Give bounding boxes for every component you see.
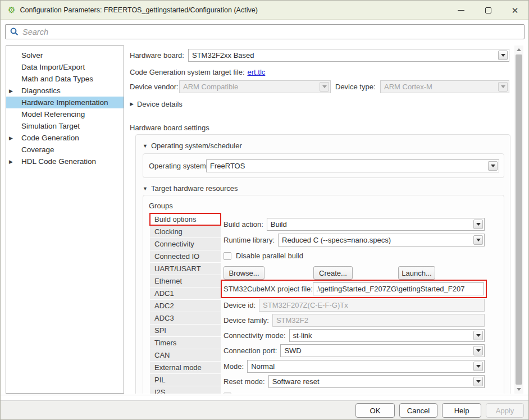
group-item-adc3[interactable]: ADC3	[150, 312, 221, 324]
ok-button[interactable]: OK	[355, 403, 395, 418]
os-scheduler-title: Operating system/scheduler	[151, 141, 242, 150]
sidebar-item-simulation-target[interactable]: Simulation Target	[6, 120, 124, 132]
scrollbar-thumb[interactable]	[516, 54, 522, 385]
connectivity-mode-dropdown[interactable]: st-link	[289, 329, 485, 342]
target-hw-resources-expander[interactable]: ▼ Target hardware resources	[143, 184, 238, 193]
group-item-timers[interactable]: Timers	[150, 337, 221, 349]
search-input[interactable]	[22, 25, 524, 39]
sidebar-item-diagnostics[interactable]: ▶Diagnostics	[6, 85, 124, 97]
sidebar-item-solver[interactable]: Solver	[6, 49, 124, 61]
group-item-adc2[interactable]: ADC2	[150, 300, 221, 312]
browse-button[interactable]: Browse...	[224, 266, 264, 280]
scroll-up-button[interactable]	[514, 45, 523, 54]
sidebar-item-label: Math and Data Types	[21, 75, 93, 83]
sidebar-item-label: Solver	[21, 51, 43, 60]
sidebar-item-label: Data Import/Export	[21, 63, 85, 71]
connectivity-mode-label: Connectivity mode:	[224, 331, 286, 340]
group-item-ethernet[interactable]: Ethernet	[150, 275, 221, 287]
device-type-dropdown[interactable]: ARM Cortex-M	[380, 80, 509, 93]
sidebar-item-label: Hardware Implementation	[21, 98, 108, 107]
group-item-connectivity[interactable]: Connectivity	[150, 238, 221, 250]
runtime-library-dropdown[interactable]: Reduced C (--specs=nano.specs)	[278, 234, 485, 246]
connection-port-value: SWD	[284, 346, 301, 355]
reset-mode-dropdown[interactable]: Software reset	[268, 375, 485, 388]
connection-port-label: Connection port:	[224, 346, 277, 355]
window-title: Configuration Parameters: FREERTOS_getti…	[20, 6, 257, 14]
create-button[interactable]: Create...	[313, 266, 353, 280]
device-details-expander[interactable]: ▶ Device details	[130, 99, 183, 108]
maximize-button[interactable]	[475, 1, 501, 20]
group-item-spi[interactable]: SPI	[150, 325, 221, 336]
os-scheduler-expander[interactable]: ▼ Operating system/scheduler	[143, 141, 242, 150]
device-type-value: ARM Cortex-M	[384, 83, 432, 91]
operating-system-dropdown[interactable]: FreeRTOS	[206, 159, 499, 172]
expand-arrow-icon[interactable]: ▶	[9, 88, 13, 94]
chevron-down-icon[interactable]	[473, 377, 483, 386]
search-icon	[10, 28, 19, 36]
device-id-field: STM32F207Z(C-E-F-G)Tx	[259, 299, 485, 312]
group-item-can[interactable]: CAN	[150, 349, 221, 361]
device-vendor-dropdown[interactable]: ARM Compatible	[179, 80, 331, 93]
operating-system-label: Operating system:	[149, 162, 208, 170]
sidebar-item-hardware-implementation[interactable]: Hardware Implementation	[6, 97, 124, 108]
os-scheduler-group: Operating system: FreeRTOS	[143, 153, 504, 178]
device-family-row: Device family: STM32F2	[224, 314, 485, 327]
device-id-label: Device id:	[224, 301, 256, 309]
minimize-button[interactable]	[448, 1, 475, 20]
sidebar-item-hdl-code-generation[interactable]: ▶HDL Code Generation	[6, 156, 124, 167]
device-family-field: STM32F2	[272, 314, 485, 327]
device-vendor-value: ARM Compatible	[183, 83, 238, 91]
build-action-dropdown[interactable]: Build	[267, 218, 485, 231]
sidebar-item-code-generation[interactable]: ▶Code Generation	[6, 132, 124, 144]
search-bar	[5, 24, 525, 39]
connection-port-row: Connection port: SWD	[224, 344, 485, 357]
apply-button[interactable]: Apply	[486, 403, 524, 418]
target-file-link[interactable]: ert.tlc	[248, 68, 266, 76]
hardware-board-row: Hardware board: STM32F2xx Based	[130, 49, 513, 62]
expand-arrow-icon[interactable]: ▶	[9, 135, 13, 141]
device-id-value: STM32F207Z(C-E-F-G)Tx	[263, 301, 348, 309]
chevron-down-icon[interactable]	[488, 161, 498, 171]
scroll-down-button[interactable]	[514, 385, 523, 394]
sidebar-item-label: Diagnostics	[21, 86, 61, 95]
content-divider	[1, 395, 528, 395]
chevron-down-icon[interactable]	[473, 235, 483, 245]
reset-mode-label: Reset mode:	[224, 377, 265, 386]
connection-port-dropdown[interactable]: SWD	[280, 344, 485, 357]
chevron-down-icon[interactable]	[498, 51, 508, 60]
group-item-connected-io[interactable]: Connected IO	[150, 250, 221, 262]
sidebar-item-model-referencing[interactable]: Model Referencing	[6, 108, 124, 120]
auto-detect-row-partial: Auto-detect board to download	[224, 392, 485, 394]
groups-list: Build options Clocking Connectivity Conn…	[150, 213, 221, 394]
group-item-clocking[interactable]: Clocking	[150, 226, 221, 238]
chevron-down-icon[interactable]	[473, 346, 483, 355]
cancel-button[interactable]: Cancel	[399, 403, 437, 418]
chevron-down-icon[interactable]	[473, 331, 483, 340]
close-button[interactable]: ✕	[501, 1, 528, 20]
group-item-pil[interactable]: PIL	[150, 374, 221, 386]
sidebar-item-math-and-data-types[interactable]: Math and Data Types	[6, 73, 124, 85]
sidebar-item-coverage[interactable]: Coverage	[6, 144, 124, 156]
help-button[interactable]: Help	[442, 403, 481, 418]
device-vendor-type-row: Device vendor: ARM Compatible Device typ…	[130, 80, 513, 93]
sidebar-item-data-import-export[interactable]: Data Import/Export	[6, 61, 124, 73]
auto-detect-checkbox[interactable]	[224, 392, 231, 394]
chevron-down-icon	[320, 82, 329, 92]
group-item-i2s[interactable]: I2S	[150, 386, 221, 394]
chevron-down-icon[interactable]	[473, 220, 483, 229]
vertical-scrollbar[interactable]	[514, 45, 523, 394]
chevron-down-icon[interactable]	[473, 362, 483, 371]
launch-button[interactable]: Launch...	[398, 266, 435, 280]
cubemx-project-file-input[interactable]: .\gettingStarted_F207ZG\gettingStarted_F…	[313, 282, 484, 295]
reset-mode-row: Reset mode: Software reset	[224, 375, 485, 388]
mode-dropdown[interactable]: Normal	[247, 360, 485, 373]
group-item-adc1[interactable]: ADC1	[150, 287, 221, 299]
group-item-uart-usart[interactable]: UART/USART	[150, 263, 221, 275]
hardware-board-dropdown[interactable]: STM32F2xx Based	[188, 49, 509, 62]
group-item-external-mode[interactable]: External mode	[150, 362, 221, 373]
operating-system-value: FreeRTOS	[210, 162, 245, 170]
group-item-build-options[interactable]: Build options	[150, 213, 221, 225]
disable-parallel-build-checkbox[interactable]	[224, 252, 231, 260]
expand-arrow-icon[interactable]: ▶	[9, 159, 13, 165]
sidebar-item-label: Coverage	[21, 145, 54, 154]
